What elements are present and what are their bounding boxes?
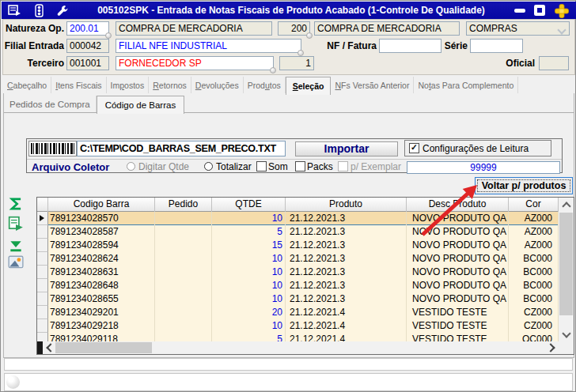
chevron-down-icon[interactable] [557, 25, 566, 34]
cell-qtde: 10 [212, 212, 286, 225]
cell-codigo-barra: 7891234028631 [48, 266, 155, 279]
cell-codigo-barra: 7891234028648 [48, 279, 155, 292]
maximize-icon[interactable] [532, 4, 547, 17]
packs-checkbox[interactable] [295, 161, 305, 172]
row-selector-cell[interactable] [37, 319, 48, 333]
tab-selecao[interactable]: Seleção [286, 77, 332, 95]
sum-sigma-icon[interactable] [8, 196, 25, 213]
tab-devolucoes[interactable]: Devoluções [191, 77, 244, 93]
terceiro-desc-field[interactable]: FORNECEDOR SP [116, 56, 274, 70]
tipo-combo[interactable]: COMPRAS [466, 21, 570, 36]
exemplar-checkbox[interactable] [338, 161, 348, 172]
grid-row-4[interactable]: 78912340286311021.12.2021.3NOVO PRODUTO … [37, 266, 559, 279]
row-selector-cell[interactable] [37, 252, 48, 266]
status-ball-icon [6, 375, 20, 389]
app-window: 005102SPK - Entrada de Notas Fiscais de … [0, 0, 576, 392]
scroll-left-icon[interactable] [43, 341, 55, 354]
grid-resize-handle [37, 341, 43, 354]
grid-row-9[interactable]: 7891234029118521.12.2021.4VESTIDO TESTEO… [37, 333, 559, 341]
export-grid-icon[interactable] [8, 216, 25, 233]
cell-pedido [155, 306, 212, 319]
digitar-qtde-radio[interactable] [127, 162, 135, 171]
cell-pedido [155, 225, 212, 239]
natureza-desc-field[interactable]: COMPRA DE MERCADORIA [116, 21, 272, 36]
cell-desc-produto: VESTIDO TESTE [407, 306, 509, 319]
hint-bubble [297, 50, 304, 56]
grid-header-produto[interactable]: Produto [286, 198, 407, 212]
voltar-produtos-button[interactable]: Voltar p/ produtos [475, 177, 573, 194]
grid-header-qtde[interactable]: QTDE [212, 198, 286, 212]
close-plus-icon[interactable] [552, 4, 571, 17]
scroll-up-icon[interactable] [559, 198, 574, 212]
row-selector-cell[interactable] [37, 333, 48, 341]
vertical-scroll-thumb[interactable] [559, 213, 573, 315]
tab-produtos[interactable]: Produtos [244, 77, 286, 93]
subtab-pedidos-de-compra[interactable]: Pedidos de Compra [4, 96, 97, 112]
grid-row-2[interactable]: 78912340285941521.12.2021.3NOVO PRODUTO … [37, 239, 559, 252]
natureza-code-field[interactable]: 200.01 [66, 21, 109, 36]
import-button[interactable]: Importar [295, 141, 398, 156]
terceiro-code-field[interactable]: 001001 [66, 56, 109, 70]
grid-row-5[interactable]: 78912340286481021.12.2021.3NOVO PRODUTO … [37, 279, 559, 292]
oficial-field[interactable] [539, 56, 569, 70]
tab-cabecalho[interactable]: Cabeçalho [3, 77, 51, 93]
limit-field[interactable]: 99999 [407, 161, 560, 174]
filial-desc-field[interactable]: FILIAL NFE INDUSTRIAL [116, 39, 301, 53]
row-selector-cell[interactable] [37, 306, 48, 319]
som-checkbox[interactable] [256, 161, 267, 172]
grid-header-cor[interactable]: Cor [509, 198, 559, 212]
form-icon[interactable] [8, 4, 22, 17]
wrench-icon[interactable] [55, 4, 70, 17]
row-selector-cell[interactable] [37, 239, 48, 252]
grid-row-7[interactable]: 78912340292012021.12.2021.4VESTIDO TESTE… [37, 306, 559, 319]
filial-code-field[interactable]: 000042 [66, 39, 109, 53]
row-selector-cell[interactable] [37, 266, 48, 279]
terceiro-num-field[interactable]: 1 [279, 56, 314, 70]
grid-header-codigo-barra[interactable]: Codigo Barra [48, 198, 155, 212]
row-selector-cell[interactable] [37, 292, 48, 306]
cell-codigo-barra: 7891234029118 [48, 333, 155, 341]
cell-cor: BC000 [509, 266, 559, 279]
totalizar-radio[interactable] [204, 162, 213, 171]
row-selector-cell[interactable] [37, 225, 48, 239]
grid-row-3[interactable]: 78912340286241021.12.2021.3NOVO PRODUTO … [37, 252, 559, 266]
cell-produto: 21.12.2021.3 [286, 212, 407, 225]
scroll-right-icon[interactable] [545, 341, 559, 354]
cell-qtde: 20 [212, 306, 286, 319]
horizontal-scroll-thumb[interactable] [55, 342, 152, 353]
row-selector-cell[interactable] [37, 279, 48, 292]
image-icon[interactable] [8, 254, 25, 272]
traffic-light-icon[interactable] [32, 4, 47, 17]
natureza-num-field[interactable]: 200 [278, 21, 310, 36]
serie-field[interactable] [470, 39, 523, 53]
cell-codigo-barra: 7891234029201 [48, 306, 155, 319]
natureza-desc2-field[interactable]: COMPRA DE MERCADORIA [314, 21, 460, 36]
minimize-icon[interactable] [513, 4, 527, 17]
grid-header-pedido[interactable]: Pedido [155, 198, 212, 212]
tab-nfs-versao-anterior[interactable]: NFs Versão Anterior [331, 77, 414, 93]
subtab-codigo-de-barras[interactable]: Código de Barras [97, 96, 185, 114]
grid-row-6[interactable]: 78912340286551021.12.2021.3NOVO PRODUTO … [37, 292, 559, 306]
cell-qtde: 5 [212, 225, 286, 239]
row-selector-cell[interactable] [37, 212, 48, 225]
cell-cor: BC000 [509, 279, 559, 292]
cell-pedido [155, 266, 212, 279]
cell-codigo-barra: 7891234029218 [48, 319, 155, 333]
file-path-field[interactable]: C:\TEMP\COD_BARRAS_SEM_PRECO.TXT [77, 141, 286, 156]
scroll-down-icon[interactable] [559, 327, 574, 341]
vertical-scrollbar[interactable] [559, 198, 574, 341]
tab-impostos[interactable]: Impostos [107, 77, 150, 93]
som-label: Som [268, 161, 288, 173]
config-checkbox[interactable]: ✓ [409, 143, 419, 153]
tab-notas-para-complemento[interactable]: Notas Para Complemento [414, 77, 518, 93]
tab-retornos[interactable]: Retornos [149, 77, 191, 93]
cell-cor: CZ000 [509, 319, 559, 333]
horizontal-scrollbar[interactable] [37, 341, 559, 354]
coletor-row: Arquivo Coletor Digitar Qtde Totalizar S… [27, 159, 562, 174]
grid-row-8[interactable]: 78912340292181021.12.2021.4VESTIDO TESTE… [37, 319, 559, 333]
tab-itens-fiscais[interactable]: Itens Fiscais [51, 77, 106, 93]
cell-produto: 21.12.2021.3 [286, 266, 407, 279]
cell-cor: CZ000 [509, 306, 559, 319]
cell-pedido [155, 292, 212, 306]
append-bottom-icon[interactable] [8, 239, 25, 256]
